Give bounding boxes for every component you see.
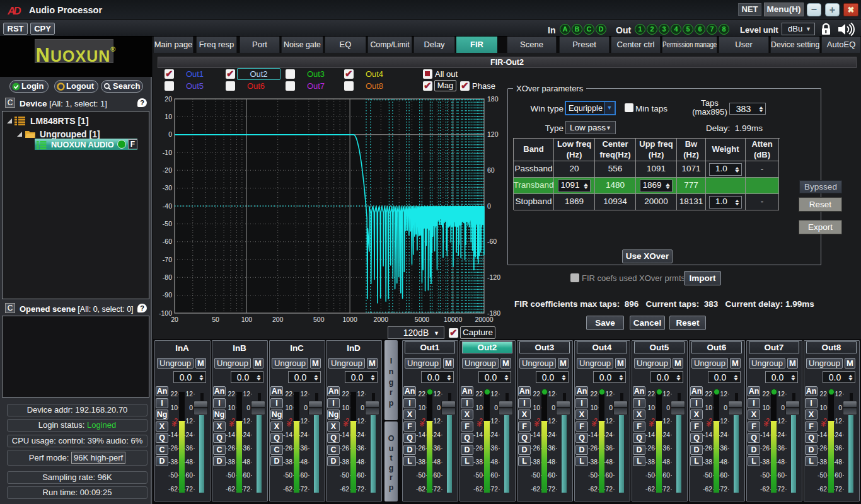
svg-text:60: 60 (487, 166, 495, 174)
svg-text:20: 20 (171, 316, 178, 323)
svg-text:2000: 2000 (374, 316, 389, 323)
svg-text:0: 0 (168, 130, 172, 138)
svg-text:-70: -70 (163, 256, 172, 263)
svg-text:500: 500 (313, 316, 325, 323)
svg-text:200: 200 (272, 316, 284, 323)
svg-text:120: 120 (487, 130, 499, 138)
svg-text:5000: 5000 (415, 316, 430, 323)
svg-text:-20: -20 (163, 166, 172, 174)
svg-text:-90: -90 (163, 291, 172, 299)
svg-text:-10: -10 (163, 149, 172, 156)
svg-text:180: 180 (487, 95, 499, 103)
svg-text:20000: 20000 (475, 316, 493, 323)
svg-text:-50: -50 (163, 220, 172, 227)
svg-text:20: 20 (165, 95, 172, 103)
svg-text:50: 50 (212, 316, 219, 323)
svg-text:-30: -30 (163, 184, 172, 192)
svg-text:1000: 1000 (342, 316, 357, 323)
svg-text:100: 100 (241, 316, 253, 323)
svg-text:0: 0 (487, 202, 491, 210)
svg-text:-80: -80 (163, 273, 172, 281)
svg-text:-40: -40 (163, 202, 172, 210)
svg-text:-120: -120 (487, 273, 500, 281)
svg-text:10: 10 (165, 113, 172, 120)
svg-text:10000: 10000 (444, 316, 462, 323)
svg-text:-60: -60 (163, 238, 172, 245)
svg-text:-60: -60 (487, 238, 497, 245)
svg-text:-100: -100 (159, 309, 172, 317)
